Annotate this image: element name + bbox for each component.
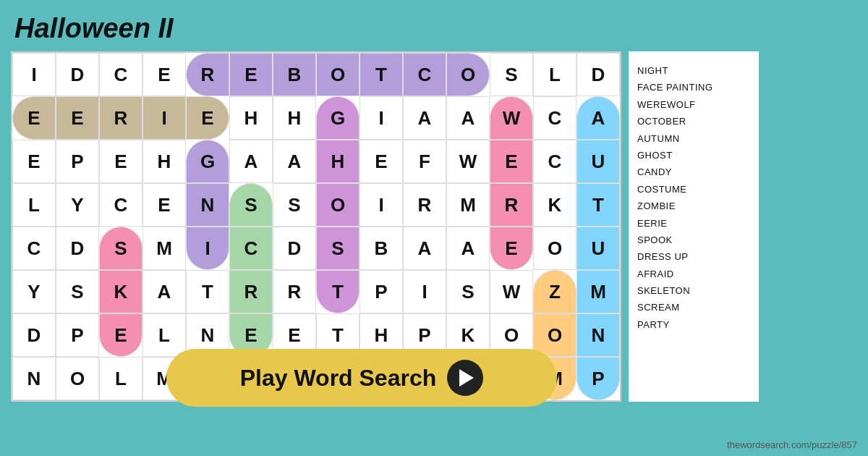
word-item-0: NIGHT [637,62,750,79]
cell-4-2: S [99,227,142,270]
grid-row-1: E E R I E H H G I A A W C A [12,96,620,140]
cell-7-13: P [576,357,620,400]
cell-2-11: E [490,140,533,183]
cell-1-9: A [403,96,446,140]
cell-1-10: A [446,96,490,140]
cell-0-1: D [56,53,99,96]
cell-3-3: E [142,183,186,227]
cell-5-6: R [273,270,316,313]
cell-6-12: O [533,313,576,357]
word-item-12: AFRAID [637,266,750,282]
cell-4-1: D [56,227,99,270]
cell-6-3: L [142,313,186,357]
cell-1-8: I [359,96,403,140]
cell-3-1: Y [56,183,99,227]
cell-1-0: E [12,96,56,140]
cell-2-13: U [576,140,620,183]
cell-4-7: S [316,227,359,270]
cell-5-9: I [403,270,446,313]
cell-3-11: R [490,183,533,227]
cell-2-9: F [403,140,446,183]
cell-4-10: A [446,227,490,270]
cell-6-13: N [576,313,620,357]
cell-7-1: O [56,357,99,400]
cell-0-5: E [229,53,273,96]
cell-4-13: U [576,227,620,270]
cell-4-5: C [229,227,273,270]
cell-4-0: C [12,227,56,270]
cell-2-8: E [359,140,403,183]
cell-4-8: B [359,227,403,270]
cell-0-10: O [446,53,490,96]
cell-5-10: S [446,270,490,313]
cell-5-12: Z [533,270,576,313]
cell-0-0: I [12,53,56,96]
cell-6-0: D [12,313,56,357]
cell-0-7: O [316,53,359,96]
cell-0-11: S [490,53,533,96]
cell-1-2: R [99,96,142,140]
cell-4-12: O [533,227,576,270]
word-item-8: ZOMBIE [637,198,750,214]
cell-2-12: C [533,140,576,183]
word-item-7: COSTUME [637,181,750,198]
cell-5-13: M [576,270,620,313]
cell-4-3: M [142,227,186,270]
word-item-6: CANDY [637,164,750,180]
cell-5-1: S [56,270,99,313]
cell-2-7: H [316,140,359,183]
play-button-label: Play Word Search [240,365,437,392]
grid-row-2: E P E H G A A H E F W E C U [12,140,620,183]
cell-1-7: G [316,96,359,140]
word-item-9: EERIE [637,215,750,232]
cell-3-9: R [403,183,446,227]
cell-3-4: N [186,183,229,227]
cell-5-2: K [99,270,142,313]
cell-0-9: C [403,53,446,96]
cell-0-6: B [273,53,316,96]
cell-2-5: A [229,140,273,183]
cell-3-5: S [229,183,273,227]
play-icon [447,360,483,396]
cell-2-10: W [446,140,490,183]
word-item-1: FACE PAINTING [637,79,750,96]
cell-1-3: I [142,96,186,140]
page-title: Halloween II [0,0,868,51]
word-list: NIGHT FACE PAINTING WEREWOLF OCTOBER AUT… [629,51,759,402]
word-item-3: OCTOBER [637,113,750,130]
cell-1-4: E [186,96,229,140]
cell-3-10: M [446,183,490,227]
cell-2-2: E [99,140,142,183]
cell-0-3: E [142,53,186,96]
cell-3-6: S [273,183,316,227]
word-item-4: AUTUMN [637,130,750,147]
cell-5-7: T [316,270,359,313]
cell-1-13: A [576,96,620,140]
cell-0-8: T [359,53,403,96]
grid-row-5: Y S K A T R R T P I S W Z M [12,270,620,313]
word-item-11: DRESS UP [637,248,750,265]
cell-1-1: E [56,96,99,140]
cell-2-0: E [12,140,56,183]
cell-0-13: D [576,53,620,96]
word-item-15: PARTY [637,316,750,333]
footer-url: thewordsearch.com/puzzle/857 [727,439,857,450]
grid-row-0: I D C E R E B O T C O S L D [12,53,620,96]
cell-7-2: L [99,357,142,400]
cell-5-11: W [490,270,533,313]
grid-row-3: L Y C E N S S O I R M R K T [12,183,620,227]
cell-5-0: Y [12,270,56,313]
cell-2-1: P [56,140,99,183]
cell-2-4: G [186,140,229,183]
cell-3-8: I [359,183,403,227]
cell-4-9: A [403,227,446,270]
cell-5-8: P [359,270,403,313]
play-button[interactable]: Play Word Search [166,349,557,407]
word-item-14: SCREAM [637,299,750,316]
cell-0-4: R [186,53,229,96]
cell-1-6: H [273,96,316,140]
cell-5-3: A [142,270,186,313]
cell-3-7: O [316,183,359,227]
cell-0-2: C [99,53,142,96]
cell-4-6: D [273,227,316,270]
